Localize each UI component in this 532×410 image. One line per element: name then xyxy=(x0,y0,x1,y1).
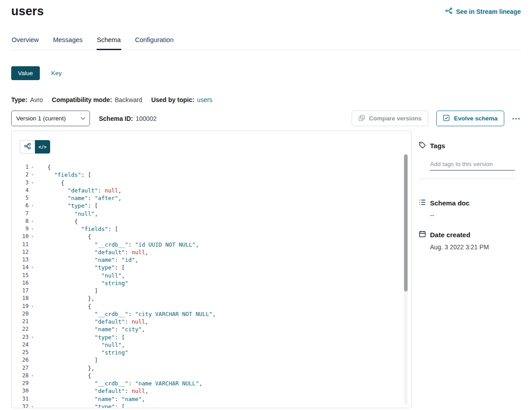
fold-spacer xyxy=(29,395,36,403)
value-toggle-button[interactable]: Value xyxy=(11,66,40,80)
value-key-toggle: Value Key xyxy=(11,66,521,80)
line-number: 5 xyxy=(12,194,29,202)
line-number: 7 xyxy=(12,210,29,218)
code-line: 14▾ "type": [ xyxy=(12,264,411,271)
code-text: "name": "city", xyxy=(36,325,145,333)
code-text: { xyxy=(36,179,64,187)
editor-scrollbar[interactable] xyxy=(404,154,408,405)
tab-messages[interactable]: Messages xyxy=(52,36,83,50)
scrollbar-thumb[interactable] xyxy=(404,154,408,291)
fold-arrow-icon[interactable]: ▾ xyxy=(29,372,36,380)
fold-arrow-icon[interactable]: ▾ xyxy=(29,264,36,271)
code-line: 17 ] xyxy=(12,287,411,295)
compare-versions-label: Compare versions xyxy=(369,115,422,122)
fold-arrow-icon[interactable]: ▾ xyxy=(29,403,36,408)
editor-view-toggle: </> xyxy=(20,140,50,154)
code-text: "default": null, xyxy=(36,318,149,325)
line-number: 25 xyxy=(12,349,29,356)
fold-spacer xyxy=(29,380,36,387)
key-toggle-button[interactable]: Key xyxy=(51,70,62,77)
code-line: 31 "name": "name", xyxy=(12,395,411,403)
code-line: 8▾ { xyxy=(12,218,411,225)
fold-arrow-icon[interactable]: ▾ xyxy=(29,333,36,341)
code-line: 11 "__crdb__": "id UUID NOT NULL", xyxy=(12,241,411,248)
fold-arrow-icon[interactable]: ▾ xyxy=(29,225,36,233)
date-created-header: Date created xyxy=(419,231,521,239)
topic-link[interactable]: users xyxy=(197,96,212,103)
fold-spacer xyxy=(29,187,36,194)
fold-spacer xyxy=(29,287,36,295)
code-line: 29 "__crdb__": "name VARCHAR NULL", xyxy=(12,380,411,387)
schema-sidebar: Tags Schema doc -- xyxy=(412,131,521,408)
code-text: "type": [ xyxy=(36,264,125,271)
fold-spacer xyxy=(29,364,36,372)
tree-view-button[interactable] xyxy=(20,140,35,154)
tag-icon xyxy=(419,141,426,150)
code-text: { xyxy=(36,163,51,171)
line-number: 8 xyxy=(12,218,29,225)
compare-versions-button[interactable]: Compare versions xyxy=(352,111,429,126)
code-line: 6▾ "type": [ xyxy=(12,202,411,209)
line-number: 2 xyxy=(12,171,29,179)
compare-icon xyxy=(358,115,365,123)
fold-spacer xyxy=(29,310,36,318)
calendar-icon xyxy=(419,231,426,239)
line-number: 28 xyxy=(12,372,29,380)
schema-actions: Compare versions Evolve schema ••• xyxy=(352,111,521,126)
code-view-button[interactable]: </> xyxy=(35,140,50,154)
line-number: 17 xyxy=(12,287,29,295)
code-text: "name": "id", xyxy=(36,256,138,264)
add-tags-input[interactable] xyxy=(430,160,515,171)
tab-schema[interactable]: Schema xyxy=(97,36,121,50)
fold-arrow-icon[interactable]: ▾ xyxy=(29,179,36,187)
fold-arrow-icon[interactable]: ▾ xyxy=(29,163,36,171)
tags-section: Tags xyxy=(419,141,521,179)
more-options-button[interactable]: ••• xyxy=(512,116,521,121)
line-number: 13 xyxy=(12,256,29,264)
tree-view-icon xyxy=(24,143,31,151)
code-text: { xyxy=(36,218,78,225)
fold-arrow-icon[interactable]: ▾ xyxy=(29,233,36,240)
schema-doc-title: Schema doc xyxy=(430,199,469,207)
version-select[interactable]: Version 1 (current) xyxy=(11,111,90,126)
code-line: 32▾ "type": [ xyxy=(12,403,411,408)
code-text: ] xyxy=(36,287,98,295)
code-text: "name": "after", xyxy=(36,194,122,202)
schema-doc-value: -- xyxy=(430,212,521,219)
code-text: }, xyxy=(36,295,94,302)
code-text: "null", xyxy=(36,210,98,218)
code-text: "__crdb__": "city VARCHAR NOT NULL", xyxy=(36,310,216,318)
schema-page: users See in Stream lineage Overview Mes… xyxy=(0,0,532,410)
line-number: 15 xyxy=(12,272,29,279)
evolve-schema-button[interactable]: Evolve schema xyxy=(436,111,504,126)
compatibility-value: Backward xyxy=(115,96,142,103)
code-text: "fields": [ xyxy=(36,171,91,179)
fold-spacer xyxy=(29,256,36,264)
fold-arrow-icon[interactable]: ▾ xyxy=(29,202,36,209)
fold-spacer xyxy=(29,295,36,302)
code-text: "null", xyxy=(36,272,125,279)
tab-bar: Overview Messages Schema Configuration xyxy=(11,36,521,50)
tags-header: Tags xyxy=(419,141,521,150)
code-line: 10▾ { xyxy=(12,233,411,240)
tab-configuration[interactable]: Configuration xyxy=(135,36,174,50)
tab-overview[interactable]: Overview xyxy=(11,36,39,50)
fold-arrow-icon[interactable]: ▾ xyxy=(29,218,36,225)
code-line: 21 "default": null, xyxy=(12,318,411,325)
code-text: "type": [ xyxy=(36,202,98,209)
schema-doc-section: Schema doc -- xyxy=(419,199,521,219)
code-text: }, xyxy=(36,364,94,372)
code-line: 18 }, xyxy=(12,295,411,302)
fold-arrow-icon[interactable]: ▾ xyxy=(29,171,36,179)
fold-spacer xyxy=(29,387,36,395)
schema-controls-row: Version 1 (current) Schema ID:100002 Com… xyxy=(11,111,521,126)
compatibility-label: Compatibility mode: xyxy=(52,96,112,103)
line-number: 30 xyxy=(12,387,29,395)
line-number: 10 xyxy=(12,233,29,240)
schema-meta-row: Type: Avro Compatibility mode: Backward … xyxy=(11,96,521,103)
stream-lineage-link[interactable]: See in Stream lineage xyxy=(445,7,521,16)
schema-doc-header: Schema doc xyxy=(419,199,521,207)
fold-arrow-icon[interactable]: ▾ xyxy=(29,303,36,310)
code-line: 12 "default": null, xyxy=(12,248,411,256)
code-lines: 1▾{2▾ "fields": [3▾ {4 "default": null,5… xyxy=(12,163,411,408)
